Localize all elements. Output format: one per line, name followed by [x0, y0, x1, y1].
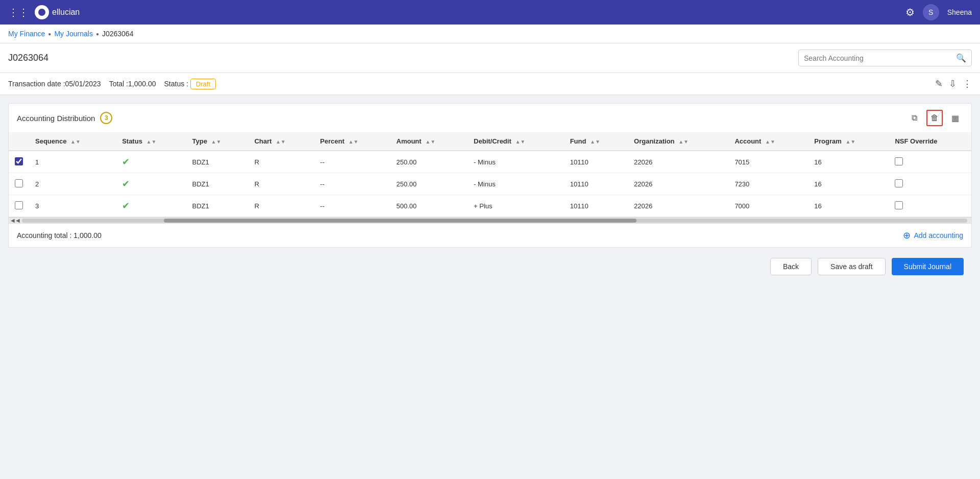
submit-journal-button[interactable]: Submit Journal	[892, 258, 964, 275]
breadcrumb-my-journals[interactable]: My Journals	[54, 30, 92, 38]
copy-icon-button[interactable]: ⧉	[906, 110, 922, 126]
header-program[interactable]: Program ▲▼	[808, 132, 889, 151]
cell-type-3: BDZ1	[186, 195, 249, 217]
cell-amount-3: 500.00	[390, 195, 468, 217]
edit-icon[interactable]: ✎	[935, 78, 943, 89]
cell-type-2: BDZ1	[186, 173, 249, 195]
content-area: Accounting Distribution 3 ⧉ 🗑 ▦ Sequence	[0, 95, 980, 294]
add-accounting-label: Add accounting	[914, 231, 963, 240]
sort-icon-amount: ▲▼	[425, 139, 435, 145]
header-type[interactable]: Type ▲▼	[186, 132, 249, 151]
cell-percent-2: --	[314, 173, 390, 195]
search-box[interactable]: 🔍	[798, 50, 972, 66]
avatar[interactable]: S	[923, 4, 939, 20]
avatar-initial: S	[928, 8, 933, 16]
row-checkbox-3[interactable]	[15, 201, 23, 209]
row-checkbox-1[interactable]	[15, 157, 23, 165]
header-amount[interactable]: Amount ▲▼	[390, 132, 468, 151]
cell-sequence-3: 3	[29, 195, 116, 217]
row-checkbox-2[interactable]	[15, 179, 23, 187]
cell-sequence-1: 1	[29, 151, 116, 173]
add-icon: ⊕	[903, 230, 911, 241]
transaction-actions: ✎ ⇩ ⋮	[935, 78, 972, 89]
table-header-row: Sequence ▲▼ Status ▲▼ Type ▲▼ Chart ▲▼	[9, 132, 971, 151]
page-title: J0263064	[8, 53, 48, 63]
search-icon: 🔍	[956, 53, 966, 63]
header-sequence[interactable]: Sequence ▲▼	[29, 132, 116, 151]
columns-icon: ▦	[951, 113, 959, 123]
cell-nsf-override-2[interactable]	[889, 173, 971, 195]
breadcrumb-my-finance[interactable]: My Finance	[8, 30, 45, 38]
copy-icon: ⧉	[912, 113, 917, 123]
breadcrumb: My Finance ● My Journals ● J0263064	[0, 25, 980, 43]
cell-nsf-override-3[interactable]	[889, 195, 971, 217]
cell-amount-1: 250.00	[390, 151, 468, 173]
row-checkbox-cell[interactable]	[9, 151, 29, 173]
accounting-total-bar: Accounting total : 1,000.00 ⊕ Add accoun…	[8, 224, 972, 248]
settings-icon[interactable]: ⚙	[905, 6, 915, 18]
delete-icon-button[interactable]: 🗑	[926, 110, 943, 126]
nsf-checkbox-2[interactable]	[895, 179, 903, 187]
sort-icon-chart: ▲▼	[276, 139, 286, 145]
more-options-icon[interactable]: ⋮	[963, 78, 972, 89]
grid-menu-icon[interactable]: ⋮⋮	[8, 6, 29, 18]
status-check-icon-3: ✔	[122, 201, 130, 211]
search-input[interactable]	[804, 54, 956, 62]
cell-fund-3: 10110	[564, 195, 628, 217]
cell-program-1: 16	[808, 151, 889, 173]
transaction-bar: Transaction date :05/01/2023 Total :1,00…	[0, 73, 980, 95]
scroll-right-small-icon[interactable]: ◀	[16, 218, 20, 223]
header-account[interactable]: Account ▲▼	[728, 132, 808, 151]
user-name: Sheena	[947, 8, 972, 16]
cell-nsf-override-1[interactable]	[889, 151, 971, 173]
cell-organization-2: 22026	[628, 173, 728, 195]
transaction-date: Transaction date :05/01/2023	[8, 80, 101, 88]
top-navigation: ⋮⋮ ellucian ⚙ S Sheena	[0, 0, 980, 25]
table-row: 3 ✔ BDZ1 R -- 500.00 + Plus 10110 22026 …	[9, 195, 971, 217]
page-header: J0263064 🔍	[0, 43, 980, 73]
add-accounting-button[interactable]: ⊕ Add accounting	[903, 230, 963, 241]
cell-percent-1: --	[314, 151, 390, 173]
header-percent[interactable]: Percent ▲▼	[314, 132, 390, 151]
header-organization[interactable]: Organization ▲▼	[628, 132, 728, 151]
cell-organization-3: 22026	[628, 195, 728, 217]
download-icon[interactable]: ⇩	[949, 78, 957, 89]
cell-percent-3: --	[314, 195, 390, 217]
cell-amount-2: 250.00	[390, 173, 468, 195]
cell-account-2: 7230	[728, 173, 808, 195]
scroll-left-icon[interactable]: ◀	[11, 218, 15, 223]
header-checkbox-cell	[9, 132, 29, 151]
cell-account-3: 7000	[728, 195, 808, 217]
columns-icon-button[interactable]: ▦	[947, 110, 963, 126]
row-checkbox-cell[interactable]	[9, 173, 29, 195]
horizontal-scrollbar[interactable]: ◀ ◀	[9, 217, 971, 223]
scroll-track[interactable]	[22, 219, 967, 223]
section-actions: ⧉ 🗑 ▦	[906, 110, 963, 126]
nsf-checkbox-1[interactable]	[895, 157, 903, 165]
accounting-distribution-header: Accounting Distribution 3 ⧉ 🗑 ▦	[8, 103, 972, 132]
scroll-thumb[interactable]	[164, 219, 636, 223]
cell-status-3: ✔	[116, 195, 186, 217]
cell-program-3: 16	[808, 195, 889, 217]
header-debit-credit[interactable]: Debit/Credit ▲▼	[468, 132, 564, 151]
trash-icon: 🗑	[930, 113, 939, 123]
header-chart[interactable]: Chart ▲▼	[248, 132, 314, 151]
breadcrumb-sep-1: ●	[48, 31, 51, 37]
header-status[interactable]: Status ▲▼	[116, 132, 186, 151]
sort-icon-program: ▲▼	[845, 139, 855, 145]
nsf-checkbox-3[interactable]	[895, 201, 903, 209]
header-fund[interactable]: Fund ▲▼	[564, 132, 628, 151]
scroll-arrows-left[interactable]: ◀ ◀	[11, 218, 20, 223]
cell-program-2: 16	[808, 173, 889, 195]
cell-sequence-2: 2	[29, 173, 116, 195]
sort-icon-debit-credit: ▲▼	[515, 139, 525, 145]
breadcrumb-sep-2: ●	[96, 31, 99, 37]
row-checkbox-cell[interactable]	[9, 195, 29, 217]
save-as-draft-button[interactable]: Save as draft	[818, 258, 886, 275]
cell-organization-1: 22026	[628, 151, 728, 173]
back-button[interactable]: Back	[770, 258, 812, 275]
logo-text: ellucian	[52, 8, 80, 17]
header-nsf-override: NSF Override	[889, 132, 971, 151]
status-badge: Draft	[190, 79, 216, 89]
sort-icon-percent: ▲▼	[348, 139, 358, 145]
